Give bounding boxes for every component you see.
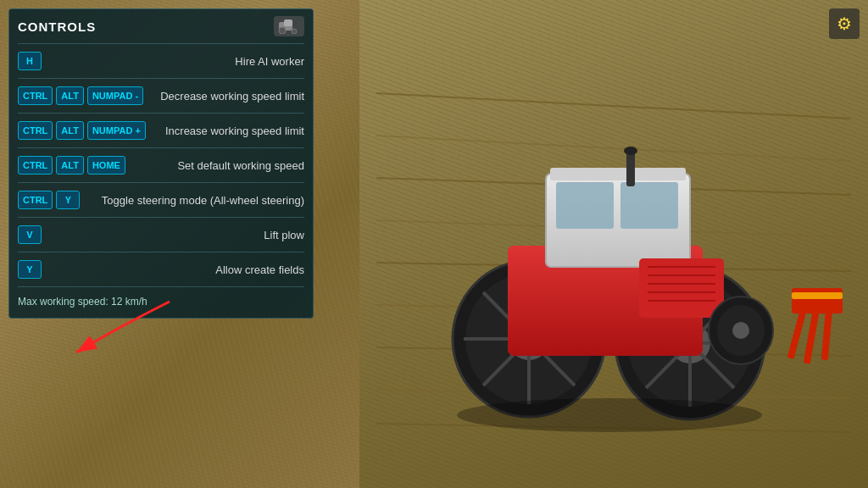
svg-line-0 [376,93,851,119]
controls-panel: CONTROLS HHire AI workerCTRLALTNUMPAD -D… [8,8,314,319]
svg-rect-43 [821,309,832,360]
key-badge: ALT [56,86,84,105]
key-badge: Y [18,260,42,279]
key-badge: ALT [56,121,84,140]
settings-button[interactable]: ⚙ [829,8,860,39]
row-divider [18,113,304,114]
key-badge: NUMPAD - [87,86,143,105]
svg-line-1 [376,136,851,161]
action-label: Allow create fields [215,263,304,276]
row-divider [18,182,304,183]
action-label: Increase working speed limit [165,125,304,137]
svg-rect-44 [792,292,843,299]
action-label: Lift plow [264,229,304,241]
key-badge: CTRL [18,191,53,209]
row-divider [18,78,304,79]
action-label: Hire AI worker [235,55,304,68]
key-badge: V [18,225,42,244]
svg-point-37 [732,322,749,339]
control-row: CTRLALTNUMPAD -Decrease working speed li… [18,82,304,109]
svg-rect-27 [620,182,678,229]
svg-line-7 [376,390,851,398]
key-badge: HOME [87,156,125,175]
svg-rect-26 [556,182,614,229]
svg-rect-28 [550,168,686,180]
control-row: CTRLYToggle steering mode (All-wheel ste… [18,186,304,214]
row-divider [18,147,304,148]
control-rows-container: HHire AI workerCTRLALTNUMPAD -Decrease w… [18,47,304,283]
svg-rect-38 [626,152,635,186]
gear-icon: ⚙ [837,14,852,34]
action-label: Set default working speed [177,159,304,172]
svg-point-49 [292,29,297,34]
svg-point-48 [279,27,286,34]
svg-point-45 [457,398,762,432]
key-badge: NUMPAD + [87,121,146,140]
svg-point-39 [624,147,637,155]
game-scene [359,0,868,488]
svg-rect-41 [787,308,807,359]
control-row: CTRLALTNUMPAD +Increase working speed li… [18,117,304,144]
divider-top [18,43,304,44]
tractor-scene [376,51,851,441]
control-row: VLift plow [18,221,304,248]
key-badge: H [18,52,42,70]
control-row: CTRLALTHOMESet default working speed [18,152,304,179]
control-row: YAllow create fields [18,256,304,283]
action-label: Decrease working speed limit [160,90,304,103]
row-divider [18,217,304,218]
tractor-icon [274,16,304,36]
tractor-mini-icon [277,19,301,34]
action-label: Toggle steering mode (All-wheel steering… [102,194,304,207]
row-divider [18,252,304,252]
controls-header: CONTROLS [18,16,304,36]
status-text: Max working speed: 12 km/h [18,292,304,308]
svg-rect-47 [284,19,292,26]
key-badge: ALT [56,156,84,175]
divider-bottom [18,286,304,287]
panel-title: CONTROLS [18,19,96,34]
control-row: HHire AI worker [18,47,304,75]
key-badge: CTRL [18,156,53,175]
key-badge: CTRL [18,86,53,105]
key-badge: CTRL [18,121,53,140]
key-badge: Y [56,191,80,209]
